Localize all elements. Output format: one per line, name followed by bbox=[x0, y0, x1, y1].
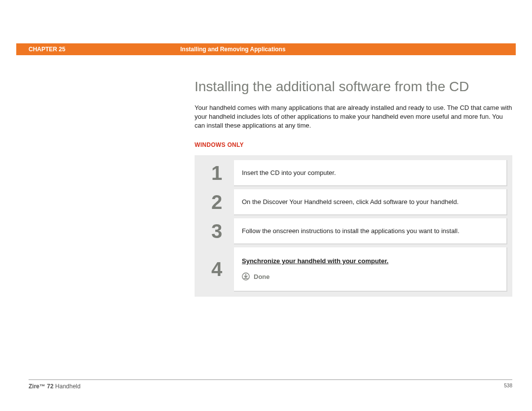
section-title: Installing and Removing Applications bbox=[180, 46, 286, 53]
product-name: Zire™ 72 Handheld bbox=[29, 383, 80, 390]
step-row: 2 On the Discover Your Handheld screen, … bbox=[200, 189, 507, 215]
chapter-header: CHAPTER 25 Installing and Removing Appli… bbox=[16, 43, 516, 55]
product-name-bold: Zire™ 72 bbox=[29, 383, 54, 390]
step-row: 3 Follow the onscreen instructions to in… bbox=[200, 218, 507, 244]
step-number: 4 bbox=[200, 247, 234, 292]
done-indicator: Done bbox=[242, 273, 499, 280]
step-number: 1 bbox=[200, 160, 234, 186]
step-body: Synchronize your handheld with your comp… bbox=[234, 247, 507, 292]
steps-container: 1 Insert the CD into your computer. 2 On… bbox=[195, 155, 512, 297]
step-body: Insert the CD into your computer. bbox=[234, 160, 507, 186]
step-text: Follow the onscreen instructions to inst… bbox=[242, 227, 499, 235]
step-number: 3 bbox=[200, 218, 234, 244]
step-text: Insert the CD into your computer. bbox=[242, 169, 499, 176]
step-row: 4 Synchronize your handheld with your co… bbox=[200, 247, 507, 292]
step-number: 2 bbox=[200, 189, 234, 215]
product-name-rest: Handheld bbox=[54, 383, 81, 390]
page-title: Installing the additional software from … bbox=[195, 79, 512, 95]
step-body: On the Discover Your Handheld screen, cl… bbox=[234, 189, 507, 215]
synchronize-link[interactable]: Synchronize your handheld with your comp… bbox=[242, 257, 499, 265]
done-arrow-icon bbox=[242, 273, 250, 280]
step-body: Follow the onscreen instructions to inst… bbox=[234, 218, 507, 244]
done-label: Done bbox=[254, 273, 270, 280]
intro-paragraph: Your handheld comes with many applicatio… bbox=[195, 103, 512, 131]
chapter-label: CHAPTER 25 bbox=[16, 46, 180, 53]
step-row: 1 Insert the CD into your computer. bbox=[200, 160, 507, 186]
page-number: 538 bbox=[504, 383, 512, 390]
platform-label: WINDOWS ONLY bbox=[195, 141, 512, 148]
main-content: Installing the additional software from … bbox=[195, 79, 512, 297]
step-text: On the Discover Your Handheld screen, cl… bbox=[242, 198, 499, 206]
page-footer: Zire™ 72 Handheld 538 bbox=[29, 379, 512, 390]
